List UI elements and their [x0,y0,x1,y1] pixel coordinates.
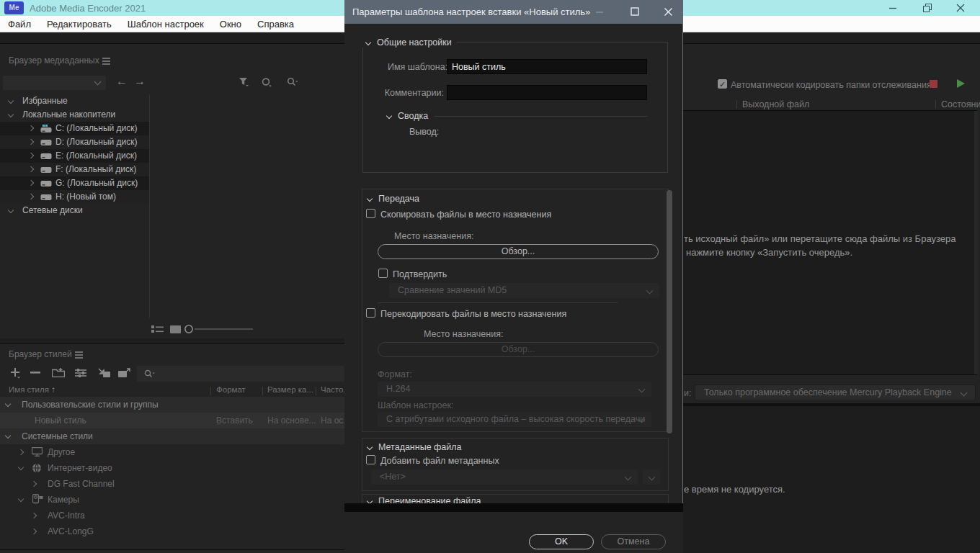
window-restore-button[interactable] [915,0,940,16]
browse-button[interactable]: Обзор... [378,244,659,259]
window-minimize-button[interactable] [881,0,905,16]
preset-row-avc-longg[interactable]: AVC-LongG [0,523,344,539]
preset-row-new-style[interactable]: Новый стиль Вставить На основе... На ос.… [0,413,344,428]
maximize-icon [631,7,639,16]
stop-queue-button[interactable] [930,80,937,88]
watch-folder-label: Автоматически кодировать папки отслежива… [731,80,932,90]
preset-row-avc-intra[interactable]: AVC-Intra [0,508,344,523]
list-view-icon[interactable] [151,325,164,333]
tree-item-drive-g[interactable]: G: (Локальный диск) [0,176,344,190]
browse2-button[interactable]: Обзор... [378,342,659,357]
drive-icon [40,180,53,188]
tree-item-favorites[interactable]: Избранные [0,94,344,108]
destination-label: Место назначения: [394,231,473,241]
transcode-checkbox[interactable] [366,308,375,318]
preset-row-other[interactable]: Другое [0,444,344,460]
preset-settings-button[interactable] [75,369,86,377]
metadata-header[interactable]: Метаданные файла [363,441,466,452]
preset-row-dg-fast-channel[interactable]: DG Fast Channel [0,476,344,492]
verify-label: Подтвердить [393,269,447,279]
transcode-preset-dropdown[interactable]: С атрибутами исходного файла – высокая с… [378,412,651,427]
chevron-down-icon [18,496,24,502]
preset-group-user[interactable]: Пользовательские стили и группы [0,397,344,413]
metadata-extra-dropdown[interactable] [643,469,660,485]
monitor-icon [32,447,43,457]
format-label: Формат: [378,369,412,379]
queue-column-output-file[interactable]: Выходной файл [742,99,809,109]
queue-scrollbar[interactable] [974,111,978,374]
view-settings-icon[interactable] [262,77,272,87]
dialog-close-button[interactable] [659,4,677,19]
drive-icon [40,139,53,147]
check-icon: ✓ [719,80,726,89]
restore-icon [923,4,932,12]
window-close-button[interactable] [948,0,973,16]
queue-empty-hint-line2: нажмите кнопку «Запустить очередь». [686,247,852,258]
verify-checkbox[interactable] [378,269,388,278]
menu-window[interactable]: Окно [212,16,249,32]
tree-item-local-drives[interactable]: Локальные накопители [0,108,344,122]
tree-item-drive-d[interactable]: D: (Локальный диск) [0,135,344,149]
tree-item-drive-h[interactable]: H: (Новый том) [0,190,344,204]
preset-search-input[interactable] [137,366,344,382]
menu-file[interactable]: Файл [0,16,39,32]
tree-item-drive-c[interactable]: C: (Локальный диск) [0,122,344,135]
start-queue-button[interactable] [957,79,965,88]
search-icon[interactable] [287,77,298,87]
tree-item-drive-e[interactable]: E: (Локальный диск) [0,149,344,163]
chevron-down-icon [5,401,11,407]
preset-group-system[interactable]: Системные стили [0,428,344,444]
panel-menu-icon[interactable] [75,354,83,356]
media-browser-location-combo[interactable] [3,76,106,90]
drive-icon [40,166,53,174]
summary-header[interactable]: Сводка [383,110,432,121]
add-preset-button[interactable] [10,367,22,379]
filter-icon[interactable] [239,77,249,87]
export-preset-button[interactable] [118,368,131,378]
add-metadata-checkbox[interactable] [366,455,375,464]
format-dropdown[interactable]: H.264 [378,382,651,397]
chevron-down-icon [18,464,24,470]
menu-help[interactable]: Справка [249,16,302,32]
general-settings-header[interactable]: Общие настройки [362,37,456,48]
preset-row-web-video[interactable]: Интернет-видео [0,460,344,476]
verify-method-dropdown[interactable]: Сравнение значений MD5 [389,283,659,298]
menu-preset[interactable]: Шаблон настроек [120,16,212,32]
dialog-title: Параметры шаблона настроек вставки «Новы… [352,6,590,17]
copy-files-checkbox[interactable] [366,209,375,218]
chevron-down-icon [625,474,632,481]
metadata-file-dropdown[interactable]: <Нет> [371,469,638,485]
thumbnail-size-slider[interactable] [184,324,256,334]
preset-name-input[interactable] [447,59,647,74]
new-group-button[interactable] [52,368,65,377]
column-header-name[interactable]: Имя стиля ↑ [9,385,55,394]
cancel-button[interactable]: Отмена [601,534,666,549]
panel-menu-icon[interactable] [102,60,110,62]
ok-button[interactable]: OK [529,534,594,549]
chevron-down-icon [646,287,654,295]
media-browser-title: Браузер медиаданных [9,55,99,66]
column-header-frame-size[interactable]: Размер ка... [267,385,313,394]
tree-item-network-drives[interactable]: Сетевые диски [0,204,344,217]
import-preset-button[interactable] [98,368,111,378]
dialog-titlebar: Параметры шаблона настроек вставки «Новы… [344,0,683,24]
tree-item-drive-f[interactable]: F: (Локальный диск) [0,163,344,176]
dialog-minimize-button[interactable] [590,4,609,19]
thumbnail-view-icon[interactable] [170,325,181,333]
dialog-maximize-button[interactable] [625,4,644,19]
comments-input[interactable] [447,85,647,100]
chevron-down-icon [5,433,11,439]
menu-edit[interactable]: Редактировать [39,16,120,32]
queue-column-status[interactable]: Состояни [941,99,980,109]
forward-button[interactable]: → [134,75,146,88]
preset-row-cameras[interactable]: Камеры [0,492,344,508]
back-button[interactable]: ← [116,75,128,88]
column-header-format[interactable]: Формат [216,385,246,394]
drive-icon [40,194,53,202]
remove-preset-button[interactable] [30,372,40,374]
transfer-header[interactable]: Передача [363,193,424,204]
renderer-dropdown[interactable]: Только программное обеспечение Mercury P… [695,385,976,400]
watch-folder-checkbox[interactable]: ✓ [718,79,727,89]
dialog-scrollbar[interactable] [667,190,672,433]
chevron-down-icon [8,207,14,213]
